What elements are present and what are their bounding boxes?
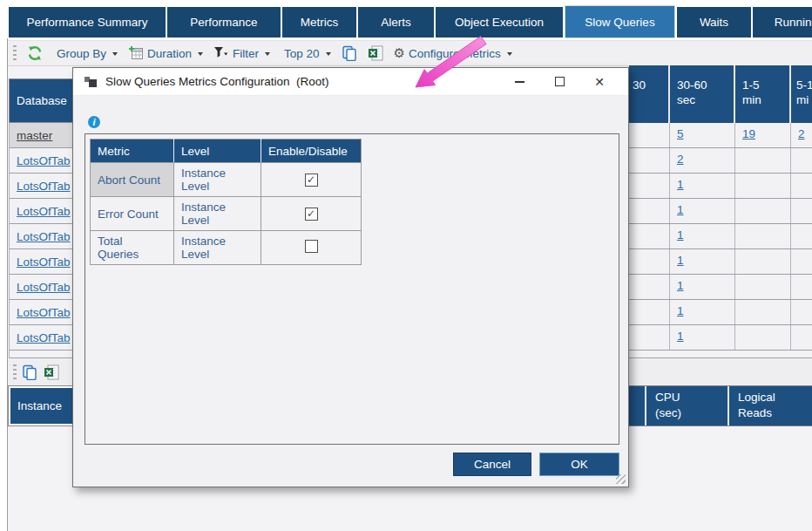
tab[interactable]: Metrics <box>282 7 356 37</box>
chevron-down-icon <box>265 52 270 56</box>
counts-row: 1 <box>629 174 812 199</box>
database-link[interactable]: LotsOfTab <box>17 230 71 243</box>
toolbar-grip-handle[interactable] <box>13 45 17 61</box>
tab-label: Running <box>775 16 812 29</box>
tab[interactable]: Waits <box>677 7 751 37</box>
duration-bucket-header[interactable]: 5-1 mi <box>791 65 812 123</box>
counts-row: 1 <box>629 199 812 224</box>
filter-funnel-icon <box>213 45 229 61</box>
metric-column-header: Metric <box>91 140 174 163</box>
enable-checkbox[interactable] <box>305 174 318 187</box>
count-link-30-60s[interactable]: 2 <box>677 153 684 166</box>
tab[interactable]: Performance Summary <box>9 7 166 37</box>
configure-metrics-label: Configure Metrics <box>409 47 501 60</box>
panel-left-border <box>7 38 8 531</box>
counts-row: 1 <box>629 325 812 351</box>
minimize-button[interactable] <box>499 68 539 96</box>
database-link[interactable]: LotsOfTab <box>17 255 71 269</box>
dialog-title: Slow Queries Metrics Configuration (Root… <box>105 75 499 88</box>
group-by-button[interactable]: Group By <box>48 44 123 63</box>
duration-bucket-header[interactable]: 30 <box>629 65 670 123</box>
database-link[interactable]: LotsOfTab <box>17 331 71 344</box>
count-link-30-60s[interactable]: 1 <box>677 304 684 317</box>
metric-level-cell[interactable]: Instance Level <box>174 163 261 197</box>
group-by-label: Group By <box>57 47 106 60</box>
instance-table-header[interactable]: CPU (sec) <box>646 386 729 425</box>
metric-row: Total Queries Instance Level <box>91 231 362 265</box>
count-link-5-10m[interactable]: 2 <box>798 127 805 140</box>
refresh-button[interactable] <box>22 43 48 64</box>
copy-icon <box>342 45 357 61</box>
top-20-button[interactable]: Top 20 <box>275 44 336 63</box>
metric-name-cell[interactable]: Error Count <box>91 197 174 231</box>
duration-button[interactable]: Duration <box>123 43 208 64</box>
chevron-down-icon <box>112 52 118 56</box>
counts-row: 1 <box>629 275 812 300</box>
filter-button[interactable]: Filter <box>208 43 275 64</box>
database-link[interactable]: master <box>17 129 52 142</box>
ok-button[interactable]: OK <box>539 453 619 476</box>
count-link-30-60s[interactable]: 1 <box>677 254 684 267</box>
count-link-30-60s[interactable]: 1 <box>677 228 684 242</box>
counts-row: 1 <box>629 224 812 249</box>
filter-label: Filter <box>233 47 259 60</box>
resize-grip[interactable] <box>616 474 626 484</box>
excel-icon <box>368 45 383 61</box>
copy-icon[interactable] <box>22 364 37 380</box>
database-link[interactable]: LotsOfTab <box>17 281 71 294</box>
metric-name-cell[interactable]: Abort Count <box>91 163 174 197</box>
tab-label: Performance Summary <box>27 16 148 29</box>
tab-label: Metrics <box>301 16 339 29</box>
count-link-30-60s[interactable]: 1 <box>677 203 684 216</box>
close-icon: ✕ <box>594 75 605 89</box>
configure-metrics-button[interactable]: ⚙ Configure Metrics <box>389 43 518 64</box>
instance-table-header[interactable]: Logical Reads <box>729 386 812 425</box>
database-link[interactable]: LotsOfTab <box>17 154 71 167</box>
export-excel-button[interactable] <box>362 43 389 64</box>
enable-checkbox[interactable] <box>305 240 318 253</box>
tab[interactable]: Slow Queries <box>565 5 675 38</box>
tab-label: Slow Queries <box>585 16 654 29</box>
database-link[interactable]: LotsOfTab <box>17 205 71 218</box>
maximize-button[interactable] <box>539 68 579 96</box>
app-window: Performance Summary Performance Metrics … <box>0 0 812 531</box>
enable-checkbox[interactable] <box>305 208 318 221</box>
copy-button[interactable] <box>336 43 362 64</box>
database-link[interactable]: LotsOfTab <box>17 180 71 193</box>
toolbar-grip-handle[interactable] <box>13 364 17 380</box>
gear-icon: ⚙ <box>394 45 405 61</box>
tab[interactable]: Alerts <box>358 7 434 37</box>
top-20-label: Top 20 <box>284 47 320 60</box>
tab[interactable]: Performance <box>167 7 281 37</box>
excel-icon[interactable] <box>44 364 59 380</box>
dialog-content-panel: Metric Level Enable/Disable Abort Count … <box>85 133 619 445</box>
tab[interactable]: Running <box>753 7 812 37</box>
tab[interactable]: Object Execution <box>436 7 563 37</box>
count-link-30-60s[interactable]: 1 <box>677 178 684 191</box>
duration-bucket-header[interactable]: 1-5 min <box>735 65 791 123</box>
close-button[interactable]: ✕ <box>579 68 619 96</box>
duration-buckets-columns: 30 30-60 sec 1-5 min 5-1 mi <box>629 65 812 358</box>
tab-label: Object Execution <box>455 16 544 29</box>
metric-level-cell[interactable]: Instance Level <box>174 231 261 265</box>
count-link-30-60s[interactable]: 1 <box>677 279 684 292</box>
metric-level-cell[interactable]: Instance Level <box>174 197 261 231</box>
info-icon[interactable]: i <box>88 116 100 128</box>
app-icon <box>85 75 98 88</box>
count-link-30-60s[interactable]: 1 <box>677 330 684 343</box>
counts-row: 1 <box>629 249 812 275</box>
duration-grid-icon <box>128 45 144 61</box>
cancel-button[interactable]: Cancel <box>453 453 531 476</box>
dialog-titlebar[interactable]: Slow Queries Metrics Configuration (Root… <box>73 68 628 96</box>
count-link-30-60s[interactable]: 5 <box>677 127 684 140</box>
counts-row: 2 <box>629 148 812 174</box>
metric-name-cell[interactable]: Total Queries <box>91 231 174 265</box>
database-link[interactable]: LotsOfTab <box>17 306 71 319</box>
tab-label: Waits <box>700 16 728 29</box>
duration-label: Duration <box>147 47 192 60</box>
count-link-1-5m[interactable]: 19 <box>742 127 755 140</box>
tab-label: Alerts <box>381 16 411 29</box>
duration-buckets-header-row: 30 30-60 sec 1-5 min 5-1 mi <box>629 65 812 123</box>
counts-partial-row <box>629 351 812 358</box>
duration-bucket-header[interactable]: 30-60 sec <box>670 65 735 123</box>
